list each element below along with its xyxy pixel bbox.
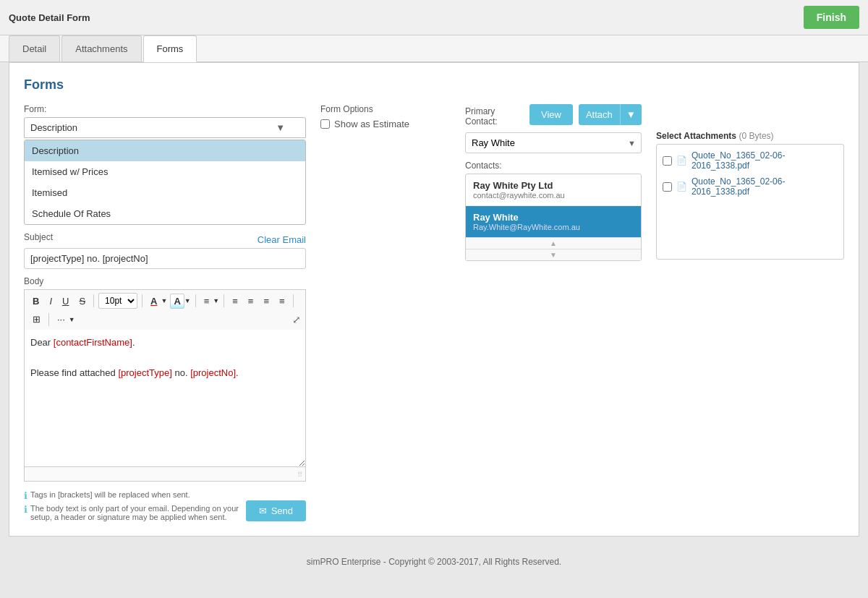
attachment-item-2[interactable]: 📄 Quote_No_1365_02-06-2016_1338.pdf: [660, 174, 841, 200]
expand-button[interactable]: ⤢: [292, 314, 301, 325]
bold-button[interactable]: B: [29, 294, 43, 309]
form-field-row: Form: Description ▼ Description Itemised…: [24, 104, 306, 225]
primary-contact-select-wrapper: Ray White ▼: [465, 132, 642, 153]
form-selected-value: Description: [30, 122, 77, 133]
body-section: Body B I U S 10pt 12pt 14pt A ▼: [24, 276, 306, 521]
view-attach-actions: View Attach ▼: [529, 104, 642, 125]
attach-dropdown-button[interactable]: ▼: [620, 104, 642, 125]
dropdown-item-description[interactable]: Description: [25, 140, 305, 161]
attachments-list: 📄 Quote_No_1365_02-06-2016_1338.pdf 📄 Qu…: [656, 144, 844, 260]
subject-input[interactable]: [24, 248, 306, 269]
attachment-item-1[interactable]: 📄 Quote_No_1365_02-06-2016_1338.pdf: [660, 148, 841, 174]
ordered-list-button[interactable]: ≡: [244, 294, 258, 309]
dropdown-item-itemised-prices[interactable]: Itemised w/ Prices: [25, 161, 305, 182]
finish-button[interactable]: Finish: [804, 6, 859, 29]
show-as-estimate-checkbox[interactable]: [320, 119, 330, 129]
tab-detail[interactable]: Detail: [9, 35, 60, 61]
body-content-line1: Dear [contactFirstName].: [30, 336, 299, 351]
contact-name-pty: Ray White Pty Ltd: [473, 180, 634, 191]
info-icon-1: ℹ: [24, 490, 27, 501]
tab-attachments[interactable]: Attachments: [61, 35, 141, 61]
align-icon: ▼: [213, 297, 219, 304]
font-size-select[interactable]: 10pt 12pt 14pt: [98, 293, 137, 309]
contacts-list: Ray White Pty Ltd contact@raywhite.com.a…: [466, 174, 641, 237]
font-color-icon: ▼: [161, 297, 167, 304]
primary-contact-select[interactable]: Ray White: [465, 132, 642, 153]
form-select-header[interactable]: Description ▼: [24, 117, 306, 138]
attachment-checkbox-1[interactable]: [663, 156, 672, 166]
footer-text: simPRO Enterprise - Copyright © 2003-201…: [307, 557, 561, 567]
contact-item-ray-white[interactable]: Ray White Ray.White@RayWhite.com.au: [466, 206, 641, 237]
attachments-section: Select Attachments (0 Bytes) 📄 Quote_No_…: [656, 130, 844, 260]
form-middle-column: Form Options Show as Estimate: [320, 104, 451, 521]
page-title: Quote Detail Form: [9, 12, 90, 23]
dropdown-item-schedule[interactable]: Schedule Of Rates: [25, 203, 305, 224]
attachment-file-icon-1: 📄: [676, 155, 687, 166]
contact-email-pty: contact@raywhite.com.au: [473, 191, 634, 200]
toolbar-divider-6: [48, 313, 49, 326]
send-label: Send: [271, 505, 293, 516]
body-label: Body: [24, 276, 306, 286]
view-button[interactable]: View: [529, 104, 573, 125]
info-message-2: The body text is only part of your email…: [30, 504, 246, 521]
footer: simPRO Enterprise - Copyright © 2003-201…: [0, 545, 868, 578]
table-button[interactable]: ⊞: [29, 312, 44, 327]
contacts-row: Contacts: Ray White Pty Ltd contact@rayw…: [465, 161, 642, 261]
attachment-checkbox-2[interactable]: [663, 182, 672, 192]
body-editor[interactable]: Dear [contactFirstName]. Please find att…: [24, 330, 306, 467]
show-as-estimate-label[interactable]: Show as Estimate: [320, 119, 451, 129]
send-button[interactable]: ✉ Send: [246, 500, 306, 521]
form-right-column: Primary Contact: View Attach ▼ Ray White…: [465, 104, 642, 521]
top-bar: Quote Detail Form Finish: [0, 0, 868, 35]
contacts-scroll-up-button[interactable]: ▲: [466, 237, 641, 249]
show-as-estimate-text: Show as Estimate: [334, 119, 409, 129]
resize-icon: ⠿: [297, 471, 302, 479]
subject-header: Subject Clear Email: [24, 232, 306, 245]
info-icon-2: ℹ: [24, 504, 27, 515]
italic-button[interactable]: I: [46, 294, 56, 309]
indent-button[interactable]: ≡: [260, 294, 273, 309]
forms-title: Forms: [24, 77, 844, 93]
tab-forms[interactable]: Forms: [143, 35, 197, 62]
attachment-label-2: Quote_No_1365_02-06-2016_1338.pdf: [692, 176, 838, 197]
contacts-scroll-down-button[interactable]: ▼: [466, 249, 641, 260]
unordered-list-button[interactable]: ≡: [229, 294, 242, 309]
editor-resize-bar: ⠿: [24, 467, 306, 482]
form-dropdown-list: Description Itemised w/ Prices Itemised …: [24, 140, 306, 225]
subject-label: Subject: [24, 232, 53, 242]
primary-contact-row: Primary Contact: View Attach ▼ Ray White…: [465, 104, 642, 153]
toolbar-divider-1: [93, 294, 94, 307]
attachment-file-icon-2: 📄: [676, 181, 687, 192]
info-messages: ℹ Tags in [brackets] will be replaced wh…: [24, 487, 246, 521]
info-message-1: Tags in [brackets] will be replaced when…: [30, 490, 190, 499]
main-content: Forms Form: Description ▼ Description It…: [9, 62, 859, 537]
info-text-2: ℹ The body text is only part of your ema…: [24, 504, 246, 521]
primary-contact-label: Primary Contact:: [465, 106, 529, 127]
bg-color-button[interactable]: A: [170, 294, 184, 309]
form-left-column: Form: Description ▼ Description Itemised…: [24, 104, 306, 521]
clear-email-link[interactable]: Clear Email: [258, 234, 306, 245]
toolbar-divider-3: [195, 294, 196, 307]
form-dropdown-container: Description ▼ Description Itemised w/ Pr…: [24, 117, 306, 225]
attachment-label-1: Quote_No_1365_02-06-2016_1338.pdf: [692, 150, 838, 171]
font-color-button[interactable]: A: [147, 294, 161, 309]
underline-button[interactable]: U: [59, 294, 72, 309]
dropdown-item-itemised[interactable]: Itemised: [25, 182, 305, 203]
form-label: Form:: [24, 104, 306, 114]
contact-item-ray-white-pty[interactable]: Ray White Pty Ltd contact@raywhite.com.a…: [466, 174, 641, 206]
toolbar-divider-4: [224, 294, 224, 307]
contact-email-ray: Ray.White@RayWhite.com.au: [473, 223, 634, 231]
attach-button[interactable]: Attach: [579, 104, 620, 125]
strikethrough-button[interactable]: S: [75, 294, 89, 309]
form-far-right-column: Select Attachments (0 Bytes) 📄 Quote_No_…: [656, 104, 844, 521]
info-text-1: ℹ Tags in [brackets] will be replaced wh…: [24, 490, 246, 501]
attachments-size: (0 Bytes): [739, 131, 774, 141]
attach-button-group: Attach ▼: [579, 104, 642, 125]
subject-row: Subject Clear Email: [24, 232, 306, 269]
variable-contact-firstname: [contactFirstName]: [54, 337, 132, 348]
spacer-top: [656, 104, 844, 130]
form-layout: Form: Description ▼ Description Itemised…: [24, 104, 844, 521]
outdent-button[interactable]: ≡: [276, 294, 289, 309]
more-button[interactable]: ···: [54, 312, 69, 327]
align-button[interactable]: ≡: [200, 294, 213, 309]
